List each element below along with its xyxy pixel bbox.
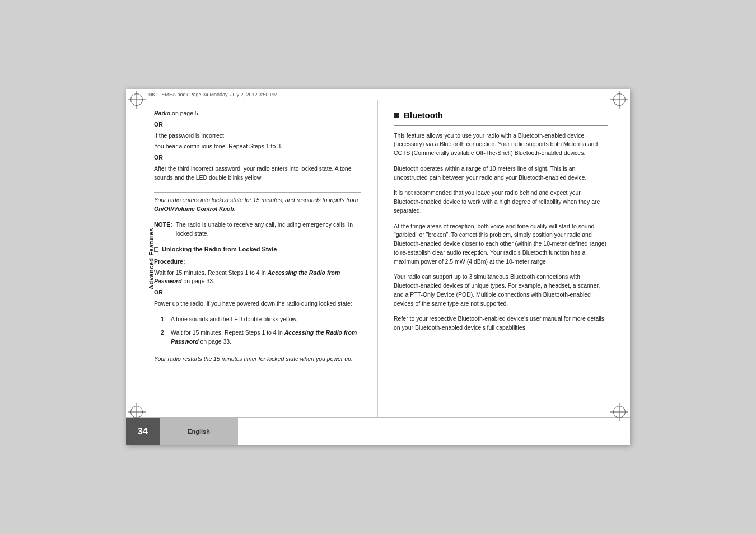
step-2-num: 2: [161, 329, 167, 346]
volume-knob-ref: On/Off/Volume Control Knob: [154, 205, 234, 212]
bt-p5: Your radio can support up to 3 simultane…: [394, 273, 608, 308]
bluetooth-title: Bluetooth: [404, 109, 443, 122]
bluetooth-para-4: At the fringe areas of reception, both v…: [394, 222, 608, 269]
third-incorrect: After the third incorrect password, your…: [154, 165, 361, 182]
corner-crosshair-bl: [130, 406, 143, 418]
step-2: 2 Wait for 15 minutes. Repeat Steps 1 to…: [161, 329, 361, 349]
bottom-spacer: [238, 418, 630, 445]
unlocking-title: Unlocking the Radio from Locked State: [162, 245, 277, 254]
italic-note-block: Your radio enters into locked state for …: [154, 196, 361, 216]
bluetooth-para-2: Bluetooth operates within a range of 10 …: [394, 165, 608, 185]
intro-block: Radio on page 5. OR If the password is i…: [154, 109, 361, 184]
side-label: Advanced Features: [147, 228, 156, 289]
or-1: OR: [154, 120, 361, 129]
bottom-bar: 34 English: [126, 417, 630, 445]
page-number: 34: [126, 418, 160, 445]
page: NKP_EMEA.book Page 34 Monday, July 2, 20…: [126, 89, 630, 445]
note-label: NOTE:: [154, 221, 172, 238]
italic-closing-block: Your radio restarts the 15 minutes timer…: [154, 355, 361, 366]
bt-p6: Refer to your respective Bluetooth-enabl…: [394, 315, 608, 332]
bt-p2: Bluetooth operates within a range of 10 …: [394, 165, 608, 182]
step-1-num: 1: [161, 315, 167, 324]
italic-note: Your radio enters into locked state for …: [154, 196, 361, 214]
bluetooth-para-3: It is not recommended that you leave you…: [394, 189, 608, 217]
corner-crosshair-br: [613, 406, 626, 418]
or-2: OR: [154, 153, 361, 162]
numbered-list: 1 A tone sounds and the LED double blink…: [161, 315, 361, 352]
corner-crosshair-tr: [613, 93, 626, 106]
language-label: English: [160, 418, 238, 445]
or-middle: OR: [154, 288, 361, 297]
bt-p1: This feature allows you to use your radi…: [394, 132, 608, 158]
file-info: NKP_EMEA.book Page 34 Monday, July 2, 20…: [148, 92, 277, 97]
bluetooth-para-5: Your radio can support up to 3 simultane…: [394, 273, 608, 310]
intro-line-1: Radio on page 5.: [154, 109, 361, 118]
note-text: The radio is unable to receive any call,…: [176, 221, 361, 238]
left-column: Advanced Features Radio on page 5. OR If…: [126, 100, 378, 417]
power-up-text: Power up the radio, if you have powered …: [154, 299, 361, 308]
corner-crosshair-tl: [130, 93, 143, 106]
step-2-text: Wait for 15 minutes. Repeat Steps 1 to 4…: [171, 329, 361, 346]
accessing-radio-ref-2: Accessing the Radio from Password: [171, 329, 357, 345]
procedure-intro: Wait for 15 minutes. Repeat Steps 1 to 4…: [154, 269, 361, 287]
italic-closing: Your radio restarts the 15 minutes timer…: [154, 355, 361, 364]
right-column: Bluetooth This feature allows you to use…: [378, 100, 630, 417]
divider-1: [154, 192, 361, 193]
bluetooth-para-1: This feature allows you to use your radi…: [394, 132, 608, 160]
note-block: NOTE: The radio is unable to receive any…: [154, 221, 361, 238]
procedure-label: Procedure:: [154, 257, 361, 266]
bluetooth-para-6: Refer to your respective Bluetooth-enabl…: [394, 315, 608, 335]
bt-p4: At the fringe areas of reception, both v…: [394, 222, 608, 266]
step-1-text: A tone sounds and the LED double blinks …: [171, 315, 298, 324]
continuous-tone: You hear a continuous tone. Repeat Steps…: [154, 142, 361, 151]
radio-link: Radio: [154, 110, 170, 116]
bluetooth-section-icon: [394, 113, 399, 118]
incorrect-intro: If the password is incorrect:: [154, 132, 361, 140]
step-1: 1 A tone sounds and the LED double blink…: [161, 315, 361, 327]
top-bar: NKP_EMEA.book Page 34 Monday, July 2, 20…: [126, 89, 630, 100]
bt-p3: It is not recommended that you leave you…: [394, 189, 608, 215]
accessing-radio-ref: Accessing the Radio from Password: [154, 269, 340, 285]
bluetooth-heading: Bluetooth: [394, 109, 608, 126]
procedure-block: Procedure: Wait for 15 minutes. Repeat S…: [154, 257, 361, 311]
unlocking-subheading: Unlocking the Radio from Locked State: [154, 245, 361, 254]
main-content: Advanced Features Radio on page 5. OR If…: [126, 100, 630, 417]
